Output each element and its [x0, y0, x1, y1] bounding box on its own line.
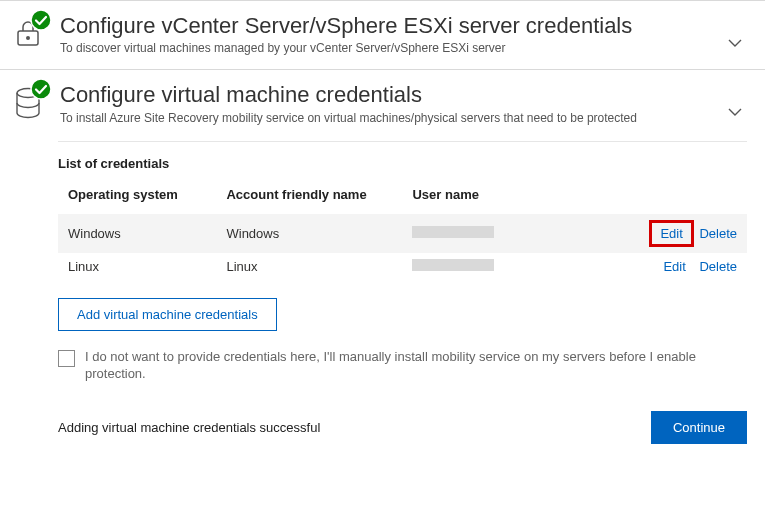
status-message: Adding virtual machine credentials succe…	[58, 420, 320, 435]
cell-os: Linux	[58, 253, 216, 280]
cell-user	[402, 214, 609, 253]
success-check-icon	[30, 78, 52, 100]
col-user: User name	[402, 181, 609, 214]
edit-link[interactable]: Edit	[663, 259, 685, 274]
col-actions	[609, 181, 747, 214]
skip-checkbox[interactable]	[58, 350, 75, 367]
section-subtitle: To discover virtual machines managed by …	[60, 41, 747, 55]
table-row: Linux Linux Edit Delete	[58, 253, 747, 280]
svg-point-1	[26, 36, 30, 40]
credentials-body: List of credentials Operating system Acc…	[58, 141, 747, 444]
cell-friendly: Linux	[216, 253, 402, 280]
add-credentials-button[interactable]: Add virtual machine credentials	[58, 298, 277, 331]
section-subtitle: To install Azure Site Recovery mobility …	[60, 111, 747, 125]
skip-credentials-option: I do not want to provide credentials her…	[58, 349, 747, 383]
table-row: Windows Windows Edit Delete	[58, 214, 747, 253]
edit-link-highlighted[interactable]: Edit	[649, 220, 693, 247]
skip-checkbox-label: I do not want to provide credentials her…	[85, 349, 747, 383]
delete-link[interactable]: Delete	[699, 259, 737, 274]
section-title: Configure vCenter Server/vSphere ESXi se…	[60, 13, 747, 39]
cell-friendly: Windows	[216, 214, 402, 253]
svg-point-4	[31, 79, 51, 99]
list-title: List of credentials	[58, 156, 747, 171]
col-friendly: Account friendly name	[216, 181, 402, 214]
section-header[interactable]: Configure vCenter Server/vSphere ESXi se…	[12, 13, 747, 55]
icon-column	[12, 13, 48, 52]
col-os: Operating system	[58, 181, 216, 214]
cell-user	[402, 253, 609, 280]
cell-os: Windows	[58, 214, 216, 253]
icon-column	[12, 82, 48, 123]
redacted-value	[412, 226, 494, 238]
svg-point-2	[31, 10, 51, 30]
section-vcenter: Configure vCenter Server/vSphere ESXi se…	[0, 0, 765, 69]
success-check-icon	[30, 9, 52, 31]
chevron-down-icon[interactable]	[725, 102, 745, 125]
chevron-down-icon[interactable]	[725, 33, 745, 56]
redacted-value	[412, 259, 494, 271]
section-vm-credentials: Configure virtual machine credentials To…	[0, 69, 765, 457]
credentials-table: Operating system Account friendly name U…	[58, 181, 747, 280]
continue-button[interactable]: Continue	[651, 411, 747, 444]
footer-row: Adding virtual machine credentials succe…	[58, 411, 747, 444]
delete-link[interactable]: Delete	[699, 226, 737, 241]
section-title: Configure virtual machine credentials	[60, 82, 747, 108]
section-header[interactable]: Configure virtual machine credentials To…	[12, 82, 747, 124]
